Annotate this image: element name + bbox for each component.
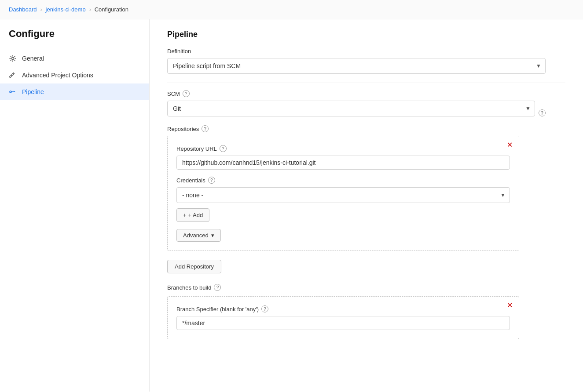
scm-label: SCM ?: [167, 90, 565, 97]
gear-icon: [9, 54, 17, 62]
branch-specifier-field: Branch Specifier (blank for 'any') ?: [176, 305, 510, 330]
scm-help-icon[interactable]: ?: [183, 90, 190, 97]
svg-point-0: [12, 58, 14, 60]
definition-field: Definition Pipeline script from SCM Pipe…: [167, 48, 565, 74]
sidebar-item-general[interactable]: General: [0, 50, 149, 67]
branches-help-icon[interactable]: ?: [214, 284, 221, 291]
credentials-select-wrapper: - none - ▼: [176, 187, 510, 203]
breadcrumb-configuration: Configuration: [95, 6, 128, 13]
definition-select-wrapper: Pipeline script from SCM Pipeline script…: [167, 58, 546, 74]
scm-select[interactable]: Git None: [167, 101, 535, 116]
advanced-chevron-icon: ▾: [211, 232, 214, 239]
scm-select-wrapper: Git None ▼: [167, 101, 535, 116]
branch-specifier-label: Branch Specifier (blank for 'any') ?: [176, 305, 510, 312]
repo-url-input[interactable]: [176, 156, 510, 170]
advanced-button[interactable]: Advanced ▾: [176, 229, 221, 242]
sidebar: Configure General Advanced Project Optio…: [0, 19, 150, 392]
breadcrumb: Dashboard › jenkins-ci-demo › Configurat…: [0, 0, 583, 19]
repo-url-label: Repository URL ?: [176, 145, 510, 152]
branch-box: ✕ Branch Specifier (blank for 'any') ?: [167, 296, 519, 339]
scm-outer-help-icon[interactable]: ?: [539, 109, 546, 116]
sidebar-label-pipeline: Pipeline: [22, 88, 44, 95]
breadcrumb-dashboard[interactable]: Dashboard: [9, 6, 37, 13]
remove-repository-button[interactable]: ✕: [505, 141, 514, 149]
credentials-label: Credentials ?: [176, 177, 510, 184]
sidebar-item-pipeline[interactable]: Pipeline: [0, 83, 149, 100]
branch-specifier-help-icon[interactable]: ?: [261, 305, 268, 312]
credentials-field: Credentials ? - none - ▼: [176, 177, 510, 203]
credentials-select[interactable]: - none -: [176, 187, 510, 203]
repository-box: ✕ Repository URL ? Credentials: [167, 136, 519, 251]
credentials-help-icon[interactable]: ?: [208, 177, 215, 184]
repo-url-field: Repository URL ?: [176, 145, 510, 170]
add-credentials-button[interactable]: + + Add: [176, 208, 209, 222]
sidebar-label-general: General: [22, 55, 44, 62]
definition-label: Definition: [167, 48, 565, 54]
definition-select[interactable]: Pipeline script from SCM Pipeline script: [167, 58, 546, 74]
remove-branch-button[interactable]: ✕: [505, 301, 514, 310]
page-title: Pipeline: [167, 30, 565, 39]
sidebar-label-advanced: Advanced Project Options: [22, 72, 93, 79]
breadcrumb-jenkins-ci-demo[interactable]: jenkins-ci-demo: [46, 6, 86, 13]
breadcrumb-sep-1: ›: [40, 7, 42, 13]
sidebar-title: Configure: [0, 28, 149, 50]
wrench-icon: [9, 71, 17, 79]
branch-specifier-input[interactable]: [176, 316, 510, 330]
repo-url-help-icon[interactable]: ?: [220, 145, 227, 152]
main-content: Pipeline Definition Pipeline script from…: [150, 19, 583, 392]
pipeline-icon: [9, 88, 17, 96]
repositories-label: Repositories ?: [167, 125, 565, 132]
plus-icon: +: [183, 212, 187, 218]
add-repository-button[interactable]: Add Repository: [167, 260, 221, 273]
branches-label: Branches to build ?: [167, 284, 565, 291]
branches-section: Branches to build ? ✕ Branch Specifier (…: [167, 284, 565, 339]
layout: Configure General Advanced Project Optio…: [0, 19, 583, 392]
sidebar-item-advanced-project-options[interactable]: Advanced Project Options: [0, 67, 149, 83]
scm-row: Git None ▼ ?: [167, 101, 546, 116]
breadcrumb-sep-2: ›: [89, 7, 91, 13]
scm-section: SCM ? Git None ▼ ? Repositories ?: [167, 83, 565, 339]
svg-point-1: [10, 91, 11, 93]
repositories-help-icon[interactable]: ?: [202, 125, 209, 132]
repositories-section: Repositories ? ✕ Repository URL ?: [167, 125, 565, 273]
